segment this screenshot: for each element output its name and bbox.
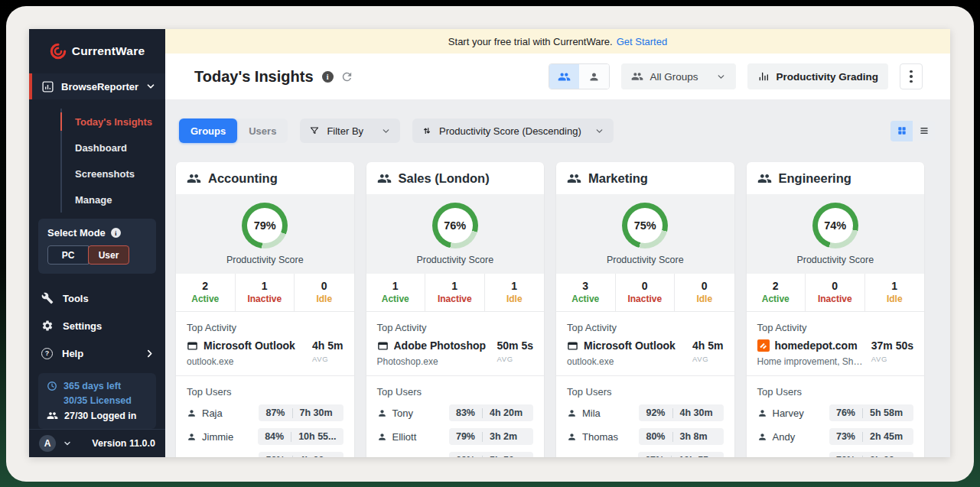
active-label: Active bbox=[556, 294, 615, 304]
sidebar-item-manage[interactable]: Manage bbox=[62, 187, 165, 213]
sidebar-submenu: Today's Insights Dashboard Screenshots M… bbox=[60, 109, 165, 213]
user-row[interactable]: Raja 87%7h 30m bbox=[187, 404, 343, 421]
chevron-down-icon bbox=[594, 126, 604, 136]
user-view-button[interactable] bbox=[579, 64, 609, 89]
sidebar-item-todays-insights[interactable]: Today's Insights bbox=[62, 109, 165, 135]
top-activity-name[interactable]: homedepot.com bbox=[775, 339, 858, 352]
user-row[interactable]: Joshua 72%2h 39m bbox=[757, 452, 914, 457]
user-row[interactable]: Gilfoyle 69%5h 50m bbox=[377, 452, 534, 457]
sort-dropdown[interactable]: Productivity Score (Descending) bbox=[412, 119, 614, 143]
productivity-score-value: 74% bbox=[818, 208, 853, 243]
app-window-icon bbox=[377, 340, 389, 352]
user-time: 5h 58m bbox=[870, 407, 907, 418]
top-activity-time: 4h 5m bbox=[312, 339, 343, 352]
user-time: 10h 55... bbox=[679, 455, 716, 457]
user-score: 87% bbox=[265, 407, 285, 418]
people-icon bbox=[47, 410, 58, 421]
filter-by-dropdown[interactable]: Filter By bbox=[300, 119, 400, 143]
sidebar-item-help[interactable]: ? Help bbox=[29, 339, 165, 367]
user-row[interactable]: Jared 67%10h 55... bbox=[567, 452, 724, 457]
header-controls: All Groups Productivity Grading bbox=[549, 63, 923, 89]
submenu-label: Today's Insights bbox=[75, 116, 152, 128]
user-name: Tony bbox=[392, 407, 413, 419]
tab-groups[interactable]: Groups bbox=[179, 119, 237, 143]
user-row[interactable]: Tony 83%4h 20m bbox=[377, 404, 534, 421]
sidebar-item-screenshots[interactable]: Screenshots bbox=[62, 161, 165, 187]
get-started-link[interactable]: Get Started bbox=[617, 36, 667, 47]
group-icon bbox=[377, 171, 392, 186]
group-name: Accounting bbox=[208, 171, 278, 186]
active-label: Active bbox=[747, 294, 806, 304]
refresh-icon[interactable] bbox=[340, 70, 353, 83]
tab-users[interactable]: Users bbox=[237, 119, 288, 143]
grid-view-button[interactable] bbox=[890, 121, 913, 141]
top-activity-label: Top Activity bbox=[377, 322, 534, 333]
user-stats-pill: 73%2h 45m bbox=[829, 428, 913, 445]
group-card-header[interactable]: Marketing bbox=[556, 162, 734, 194]
mode-user-button[interactable]: User bbox=[88, 245, 129, 265]
top-users-label: Top Users bbox=[377, 386, 534, 398]
group-card-header[interactable]: Engineering bbox=[747, 162, 925, 194]
idle-label: Idle bbox=[485, 294, 545, 304]
top-users-section: Top Users Tony 83%4h 20m Elliott 79%3h 2… bbox=[366, 376, 545, 457]
filter-by-label: Filter By bbox=[327, 125, 363, 137]
top-activity-name[interactable]: Microsoft Outlook bbox=[584, 339, 676, 352]
user-score: 84% bbox=[265, 431, 284, 442]
submenu-label: Manage bbox=[75, 194, 112, 206]
user-stats-pill: 67%10h 55... bbox=[638, 452, 723, 457]
inactive-count: 1 bbox=[425, 280, 484, 292]
group-card-header[interactable]: Accounting bbox=[176, 162, 354, 194]
user-row[interactable]: Thomas 80%3h 8m bbox=[567, 428, 724, 445]
sidebar-item-browsereporter[interactable]: BrowseReporter bbox=[29, 73, 165, 100]
user-stats-pill: 69%5h 50m bbox=[449, 452, 533, 457]
module-label: BrowseReporter bbox=[61, 81, 138, 93]
sidebar-item-tools[interactable]: Tools bbox=[29, 284, 165, 312]
idle-label: Idle bbox=[295, 294, 354, 304]
version-label: Version 11.0.0 bbox=[92, 438, 155, 449]
status-stats-row: 2 Active 0 Inactive 1 Idle bbox=[747, 274, 925, 312]
page-header: Today's Insights i bbox=[165, 54, 950, 99]
user-name: Jared bbox=[582, 455, 607, 458]
top-users-label: Top Users bbox=[757, 386, 914, 398]
user-time: 4h 33m bbox=[300, 455, 337, 457]
group-view-button[interactable] bbox=[549, 64, 579, 89]
idle-label: Idle bbox=[675, 294, 734, 304]
user-row[interactable]: Gilbert 52%4h 33m bbox=[187, 452, 343, 457]
info-icon[interactable]: i bbox=[322, 71, 334, 83]
user-name: Gilbert bbox=[202, 455, 231, 458]
user-row[interactable]: Elliott 79%3h 2m bbox=[377, 428, 534, 445]
user-stats-pill: 52%4h 33m bbox=[259, 452, 343, 457]
user-stats-pill: 92%4h 30m bbox=[639, 404, 723, 421]
more-options-button[interactable] bbox=[900, 63, 923, 89]
user-score: 83% bbox=[456, 407, 475, 418]
chevron-down-icon bbox=[381, 126, 391, 136]
group-card-header[interactable]: Sales (London) bbox=[366, 162, 545, 194]
productivity-grading-button[interactable]: Productivity Grading bbox=[747, 63, 888, 89]
avatar[interactable]: A bbox=[39, 435, 56, 452]
inactive-count: 1 bbox=[236, 280, 295, 292]
active-stat: 1 Active bbox=[366, 274, 426, 311]
sidebar-item-settings[interactable]: Settings bbox=[29, 312, 165, 339]
chevron-down-icon[interactable] bbox=[63, 439, 72, 448]
top-activity-name[interactable]: Microsoft Outlook bbox=[203, 339, 295, 352]
submenu-label: Screenshots bbox=[75, 168, 135, 180]
user-time: 5h 50m bbox=[490, 455, 526, 457]
sidebar-item-dashboard[interactable]: Dashboard bbox=[62, 135, 165, 161]
inactive-label: Inactive bbox=[806, 294, 864, 304]
user-row[interactable]: Andy 73%2h 45m bbox=[757, 428, 914, 445]
productivity-donut: 79% bbox=[242, 203, 288, 248]
screenshot-frame: CurrentWare BrowseReporter Today's Insig… bbox=[6, 6, 974, 482]
top-users-label: Top Users bbox=[567, 386, 724, 398]
idle-count: 0 bbox=[295, 280, 354, 292]
currentware-logo[interactable]: CurrentWare bbox=[29, 29, 165, 73]
top-activity-name[interactable]: Adobe Photoshop bbox=[394, 339, 487, 352]
info-icon[interactable]: i bbox=[111, 228, 121, 238]
list-view-button[interactable] bbox=[913, 121, 935, 141]
all-groups-dropdown[interactable]: All Groups bbox=[621, 63, 736, 89]
mode-pc-button[interactable]: PC bbox=[47, 245, 89, 265]
user-row[interactable]: Harvey 76%5h 58m bbox=[757, 404, 914, 421]
user-row[interactable]: Mila 92%4h 30m bbox=[567, 404, 724, 421]
user-row[interactable]: Jimmie 84%10h 55... bbox=[187, 428, 343, 445]
active-stat: 3 Active bbox=[556, 274, 616, 311]
chevron-down-icon bbox=[716, 72, 726, 82]
